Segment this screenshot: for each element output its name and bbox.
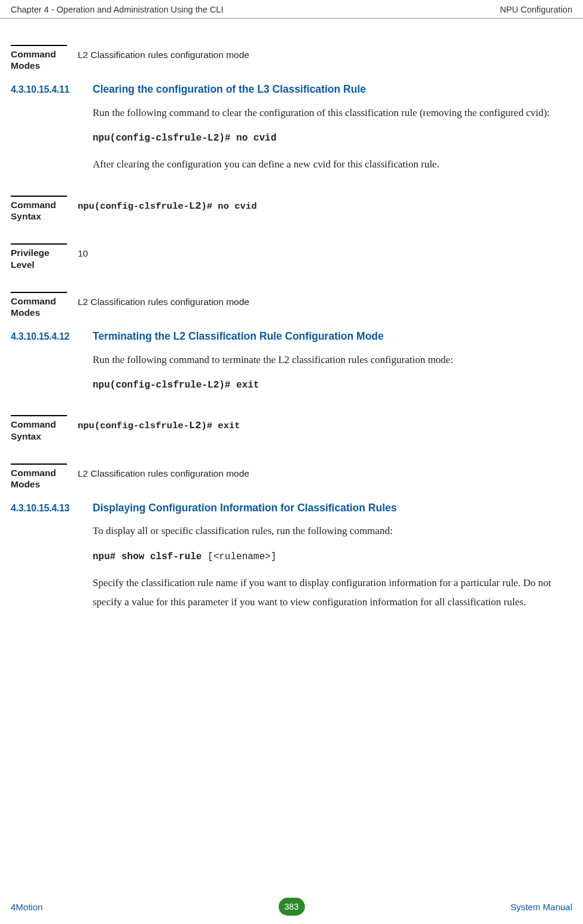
- section-title: Clearing the configuration of the L3 Cla…: [93, 83, 366, 96]
- syntax-part: L2: [189, 420, 201, 431]
- command-modes-value: L2 Classification rules configuration mo…: [78, 467, 249, 480]
- footer-right: System Manual: [305, 902, 573, 912]
- command-modes-label: Command Modes: [11, 48, 78, 72]
- command-example: npu(config-clsfrule-L2)# exit: [93, 377, 554, 394]
- command-example: npu# show clsf-rule [<rulename>]: [93, 549, 554, 565]
- command-modes-label: Command Modes: [11, 467, 78, 490]
- divider: [11, 45, 67, 46]
- body-paragraph: Run the following command to clear the c…: [93, 103, 554, 122]
- command-modes-row: Command Modes L2 Classification rules co…: [11, 48, 572, 72]
- syntax-part: )# exit: [201, 420, 240, 431]
- command-modes-row: Command Modes L2 Classification rules co…: [11, 295, 572, 319]
- syntax-part: npu(config-clsfrule-: [78, 201, 189, 212]
- command-arg: [<rulename>]: [207, 551, 276, 562]
- section-heading: 4.3.10.15.4.13 Displaying Configuration …: [11, 501, 572, 515]
- command-syntax-row: Command Syntax npu(config-clsfrule-L2)# …: [11, 199, 572, 222]
- command-syntax-label: Command Syntax: [11, 199, 78, 222]
- section-heading: 4.3.10.15.4.12 Terminating the L2 Classi…: [11, 330, 572, 343]
- body-paragraph: After clearing the configuration you can…: [93, 155, 554, 173]
- divider: [11, 196, 67, 197]
- footer-left: 4Motion: [11, 902, 279, 912]
- section-number: 4.3.10.15.4.12: [11, 331, 93, 342]
- header-left: Chapter 4 - Operation and Administration…: [11, 5, 223, 14]
- divider: [11, 463, 67, 465]
- privilege-level-value: 10: [78, 247, 88, 260]
- command-modes-value: L2 Classification rules configuration mo…: [78, 295, 249, 309]
- command-modes-label: Command Modes: [11, 295, 78, 319]
- command-syntax-label: Command Syntax: [11, 419, 78, 442]
- section-number: 4.3.10.15.4.13: [11, 503, 93, 514]
- command-syntax-row: Command Syntax npu(config-clsfrule-L2)# …: [11, 419, 572, 442]
- command-syntax-value: npu(config-clsfrule-L2)# no cvid: [78, 199, 257, 214]
- header-right: NPU Configuration: [500, 5, 572, 14]
- command-syntax-value: npu(config-clsfrule-L2)# exit: [78, 419, 240, 433]
- divider: [11, 292, 67, 293]
- body-paragraph: Specify the classification rule name if …: [93, 574, 554, 611]
- command-modes-value: L2 Classification rules configuration mo…: [78, 48, 249, 62]
- command-modes-row: Command Modes L2 Classification rules co…: [11, 467, 572, 490]
- page-content: Command Modes L2 Classification rules co…: [0, 19, 583, 611]
- syntax-part: L2: [189, 200, 201, 212]
- body-paragraph: Run the following command to terminate t…: [93, 350, 554, 369]
- privilege-level-row: Privilege Level 10: [11, 247, 572, 270]
- divider: [11, 415, 67, 416]
- page-header: Chapter 4 - Operation and Administration…: [0, 0, 583, 19]
- command-bold: npu# show clsf-rule: [93, 551, 207, 562]
- syntax-part: )# no cvid: [201, 201, 257, 212]
- body-paragraph: To display all or specific classificatio…: [93, 522, 554, 540]
- section-number: 4.3.10.15.4.11: [11, 84, 93, 95]
- section-title: Displaying Configuration Information for…: [93, 501, 397, 515]
- privilege-level-label: Privilege Level: [11, 247, 78, 270]
- command-example: npu(config-clsfrule-L2)# no cvid: [93, 130, 554, 147]
- page-footer: 4Motion 383 System Manual: [11, 898, 572, 916]
- page-number-badge: 383: [279, 898, 305, 916]
- section-heading: 4.3.10.15.4.11 Clearing the configuratio…: [11, 83, 572, 96]
- syntax-part: npu(config-clsfrule-: [78, 420, 189, 431]
- section-title: Terminating the L2 Classification Rule C…: [93, 330, 384, 343]
- divider: [11, 243, 67, 245]
